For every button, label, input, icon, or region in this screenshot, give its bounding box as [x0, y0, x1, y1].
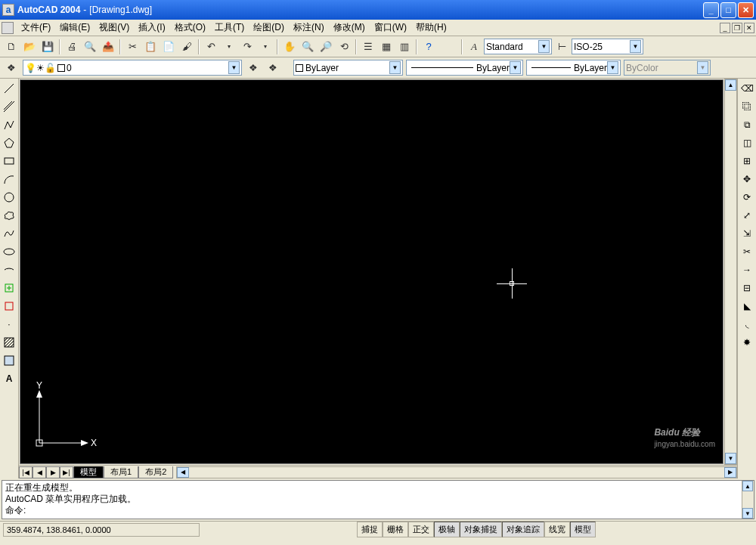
scroll-up-icon[interactable]: ▲ [725, 79, 736, 91]
command-prompt[interactable]: 命令: [5, 505, 751, 516]
publish-icon[interactable]: 📤 [100, 39, 116, 55]
paste-icon[interactable]: 📄 [160, 39, 177, 55]
make-block-icon[interactable] [2, 298, 17, 314]
extend-icon[interactable]: → [739, 262, 755, 277]
match-properties-icon[interactable]: 🖌 [178, 39, 195, 55]
chevron-down-icon[interactable]: ▼ [538, 40, 550, 53]
tab-layout2[interactable]: 布局2 [138, 466, 173, 478]
zoom-window-icon[interactable]: 🔎 [318, 39, 334, 55]
model-button[interactable]: 模型 [570, 522, 596, 537]
menu-view[interactable]: 视图(V) [94, 20, 134, 36]
polar-button[interactable]: 极轴 [434, 522, 460, 537]
text-style-combo[interactable]: Standard▼ [484, 39, 552, 54]
point-icon[interactable]: · [2, 316, 17, 332]
stretch-icon[interactable]: ⇲ [739, 225, 755, 241]
scale-icon[interactable]: ⤢ [739, 207, 755, 223]
chevron-down-icon[interactable]: ▼ [510, 61, 521, 74]
zoom-realtime-icon[interactable]: 🔍 [299, 39, 316, 55]
line-icon[interactable] [2, 80, 17, 96]
pan-realtime-icon[interactable]: ✋ [281, 39, 298, 55]
erase-icon[interactable]: ⌫ [739, 80, 755, 96]
layer-states-icon[interactable]: ❖ [265, 60, 281, 76]
region-icon[interactable] [2, 352, 17, 368]
menu-file[interactable]: 文件(F) [17, 20, 55, 36]
redo-dropdown-icon[interactable]: ▾ [257, 39, 274, 55]
copy-icon[interactable]: 📋 [142, 39, 159, 55]
chamfer-icon[interactable]: ◣ [739, 298, 755, 314]
osnap-button[interactable]: 对象捕捉 [460, 522, 502, 537]
break-icon[interactable]: ⊟ [739, 280, 755, 296]
command-scrollbar[interactable]: ▲▼ [742, 481, 754, 519]
horizontal-scrollbar[interactable]: ◀ ▶ [176, 466, 737, 478]
layer-previous-icon[interactable]: ❖ [245, 60, 262, 76]
properties-icon[interactable]: ☰ [360, 39, 376, 55]
menu-modify[interactable]: 修改(M) [329, 20, 370, 36]
linetype-combo[interactable]: ByLayer▼ [406, 60, 523, 76]
polygon-icon[interactable] [2, 135, 17, 150]
undo-dropdown-icon[interactable]: ▾ [221, 39, 237, 55]
vertical-scrollbar[interactable]: ▲ ▼ [724, 79, 737, 465]
design-center-icon[interactable]: ▦ [378, 39, 395, 55]
cut-icon[interactable]: ✂ [124, 39, 141, 55]
drawing-canvas[interactable]: Y X Baidu 经验 jingyan.baidu.com [20, 79, 723, 464]
menu-edit[interactable]: 编辑(E) [55, 20, 94, 36]
tab-model[interactable]: 模型 [73, 466, 104, 478]
save-icon[interactable]: 💾 [39, 39, 56, 55]
minimize-button[interactable]: _ [703, 2, 719, 18]
text-style-icon[interactable]: A [466, 39, 482, 55]
mirror-icon[interactable]: ⧉ [739, 116, 755, 132]
dim-style-icon[interactable]: ⊢ [553, 39, 570, 55]
menu-format[interactable]: 格式(O) [170, 20, 210, 36]
tab-last-button[interactable]: ▶| [60, 466, 73, 478]
tool-palettes-icon[interactable]: ▥ [396, 39, 413, 55]
revcloud-icon[interactable] [2, 207, 17, 223]
undo-icon[interactable]: ↶ [203, 39, 219, 55]
mdi-restore-button[interactable]: ❐ [732, 23, 742, 33]
scroll-right-icon[interactable]: ▶ [724, 467, 736, 478]
scroll-left-icon[interactable]: ◀ [177, 467, 189, 478]
mtext-icon[interactable]: A [2, 370, 17, 386]
menu-tools[interactable]: 工具(T) [210, 20, 249, 36]
array-icon[interactable]: ⊞ [739, 153, 755, 169]
chevron-down-icon[interactable]: ▼ [228, 61, 240, 74]
insert-block-icon[interactable] [2, 280, 17, 296]
fillet-icon[interactable]: ◟ [739, 316, 755, 332]
lineweight-combo[interactable]: ByLayer▼ [526, 60, 621, 76]
copy-object-icon[interactable]: ⿻ [739, 98, 755, 114]
move-icon[interactable]: ✥ [739, 171, 755, 187]
rotate-icon[interactable]: ⟳ [739, 189, 755, 205]
chevron-down-icon[interactable]: ▼ [630, 40, 641, 53]
xline-icon[interactable] [2, 98, 17, 114]
mdi-minimize-button[interactable]: _ [720, 23, 730, 33]
tab-first-button[interactable]: |◀ [19, 466, 33, 478]
explode-icon[interactable]: ✸ [739, 334, 755, 350]
spline-icon[interactable] [2, 225, 17, 241]
print-preview-icon[interactable]: 🔍 [82, 39, 98, 55]
close-button[interactable]: ✕ [738, 2, 754, 18]
snap-button[interactable]: 捕捉 [357, 522, 383, 537]
offset-icon[interactable]: ◫ [739, 135, 755, 150]
chevron-down-icon[interactable]: ▼ [607, 61, 618, 74]
tab-prev-button[interactable]: ◀ [33, 466, 46, 478]
tab-next-button[interactable]: ▶ [46, 466, 60, 478]
otrack-button[interactable]: 对象追踪 [502, 522, 544, 537]
zoom-previous-icon[interactable]: ⟲ [336, 39, 352, 55]
arc-icon[interactable] [2, 171, 17, 187]
lwt-button[interactable]: 线宽 [544, 522, 570, 537]
menu-dimension[interactable]: 标注(N) [289, 20, 329, 36]
mdi-icon[interactable] [2, 22, 14, 34]
ellipse-arc-icon[interactable] [2, 262, 17, 277]
polyline-icon[interactable] [2, 116, 17, 132]
layer-combo[interactable]: 💡 ☀ 🔓 0 ▼ [23, 60, 242, 76]
new-icon[interactable]: 🗋 [3, 39, 20, 55]
dim-style-combo[interactable]: ISO-25▼ [572, 39, 643, 54]
ortho-button[interactable]: 正交 [408, 522, 434, 537]
redo-icon[interactable]: ↷ [239, 39, 256, 55]
grid-button[interactable]: 栅格 [383, 522, 408, 537]
chevron-down-icon[interactable]: ▼ [389, 61, 401, 74]
rectangle-icon[interactable] [2, 153, 17, 169]
menu-window[interactable]: 窗口(W) [370, 20, 411, 36]
scroll-down-icon[interactable]: ▼ [725, 453, 736, 464]
help-icon[interactable]: ? [420, 39, 437, 55]
hatch-icon[interactable] [2, 334, 17, 350]
